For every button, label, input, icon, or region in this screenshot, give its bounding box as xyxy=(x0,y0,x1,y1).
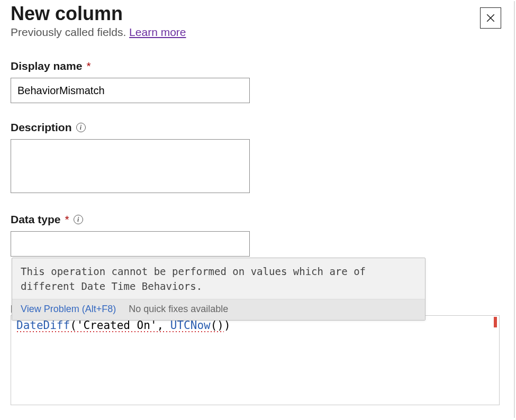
learn-more-link[interactable]: Learn more xyxy=(129,26,186,38)
close-button[interactable] xyxy=(480,7,501,29)
formula-token-function: UTCNow xyxy=(170,319,211,332)
display-name-label-row: Display name * xyxy=(11,60,505,72)
data-type-field: Data type * i xyxy=(11,213,505,257)
formula-editor[interactable]: DateDiff('Created On', UTCNow()) xyxy=(11,315,500,405)
formula-token-paren: ( xyxy=(70,319,77,332)
description-label-row: Description i xyxy=(11,121,505,134)
info-icon[interactable]: i xyxy=(74,215,83,224)
data-type-label: Data type xyxy=(11,213,61,226)
subtitle-text: Previously called fields. xyxy=(11,26,129,38)
diagnostic-message: This operation cannot be performed on va… xyxy=(12,258,425,299)
description-label: Description xyxy=(11,121,72,134)
display-name-label: Display name xyxy=(11,60,82,72)
required-indicator: * xyxy=(86,60,90,72)
formula-token-string: 'Created On' xyxy=(77,319,157,332)
display-name-input[interactable] xyxy=(11,78,250,103)
data-type-select[interactable] xyxy=(11,231,250,257)
description-input[interactable] xyxy=(11,139,250,193)
editor-overview-marker xyxy=(494,317,497,327)
data-type-label-row: Data type * i xyxy=(11,213,505,226)
panel-subtitle: Previously called fields. Learn more xyxy=(11,26,186,39)
diagnostic-tooltip: This operation cannot be performed on va… xyxy=(12,258,426,321)
panel-title: New column xyxy=(11,2,186,25)
info-icon[interactable]: i xyxy=(76,123,86,132)
formula-token-paren: ( xyxy=(211,319,218,332)
quick-fix-status: No quick fixes available xyxy=(129,304,228,315)
display-name-field: Display name * xyxy=(11,60,505,103)
new-column-panel: New column Previously called fields. Lea… xyxy=(0,0,516,285)
view-problem-link[interactable]: View Problem (Alt+F8) xyxy=(21,304,116,315)
description-field: Description i xyxy=(11,121,505,195)
formula-token-comma: , xyxy=(157,319,170,332)
formula-token-function: DateDiff xyxy=(16,319,70,332)
close-icon xyxy=(486,13,495,23)
diagnostic-footer: View Problem (Alt+F8) No quick fixes ava… xyxy=(12,299,425,320)
formula-token-paren: ) xyxy=(224,319,231,332)
panel-header: New column Previously called fields. Lea… xyxy=(11,2,505,60)
formula-token-paren: ) xyxy=(217,319,224,332)
required-indicator: * xyxy=(65,213,69,226)
panel-heading-wrap: New column Previously called fields. Lea… xyxy=(11,2,186,60)
